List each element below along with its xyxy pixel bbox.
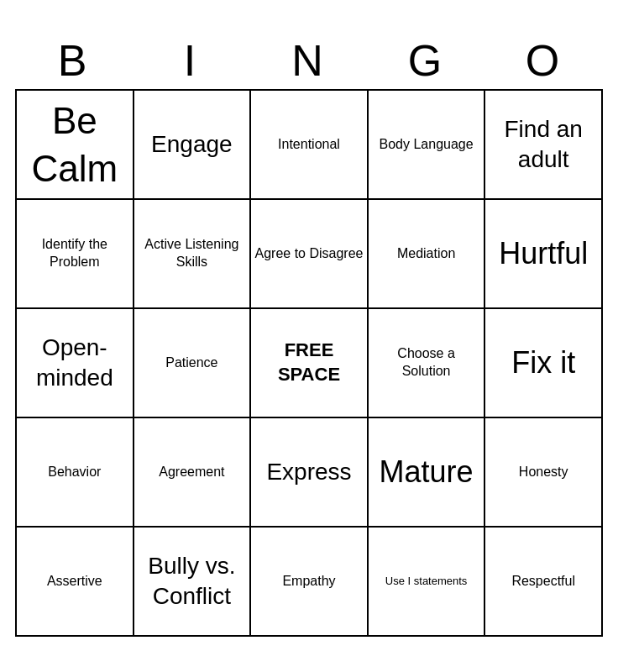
bingo-cell: Hurtful xyxy=(485,200,603,309)
header-letter: N xyxy=(252,35,366,86)
header-letter: B xyxy=(17,35,131,86)
bingo-cell: Express xyxy=(251,418,369,528)
bingo-cell: Patience xyxy=(134,309,252,418)
bingo-cell: Mature xyxy=(369,418,486,528)
bingo-cell: Intentional xyxy=(251,91,369,200)
bingo-cell: Honesty xyxy=(485,418,603,528)
bingo-grid: Be CalmEngageIntentionalBody LanguageFin… xyxy=(15,89,603,637)
bingo-cell: Find an adult xyxy=(485,91,603,200)
bingo-cell: Engage xyxy=(134,91,252,200)
bingo-cell: FREE SPACE xyxy=(251,309,369,418)
bingo-cell: Body Language xyxy=(369,91,486,200)
bingo-cell: Empathy xyxy=(251,528,369,637)
bingo-cell: Bully vs. Conflict xyxy=(134,528,252,637)
bingo-cell: Be Calm xyxy=(17,91,134,200)
bingo-card: BINGO Be CalmEngageIntentionalBody Langu… xyxy=(7,27,611,645)
bingo-cell: Mediation xyxy=(369,200,486,309)
bingo-header: BINGO xyxy=(15,35,603,86)
bingo-cell: Agreement xyxy=(134,418,252,528)
header-letter: O xyxy=(487,35,601,86)
bingo-cell: Agree to Disagree xyxy=(251,200,369,309)
bingo-cell: Active Listening Skills xyxy=(134,200,252,309)
bingo-cell: Identify the Problem xyxy=(17,200,134,309)
bingo-cell: Assertive xyxy=(17,528,134,637)
bingo-cell: Choose a Solution xyxy=(369,309,486,418)
bingo-cell: Fix it xyxy=(485,309,603,418)
header-letter: G xyxy=(369,35,484,86)
bingo-cell: Open-minded xyxy=(17,309,134,418)
header-letter: I xyxy=(134,35,249,86)
bingo-cell: Use I statements xyxy=(369,528,486,637)
bingo-cell: Respectful xyxy=(485,528,603,637)
bingo-cell: Behavior xyxy=(17,418,134,528)
